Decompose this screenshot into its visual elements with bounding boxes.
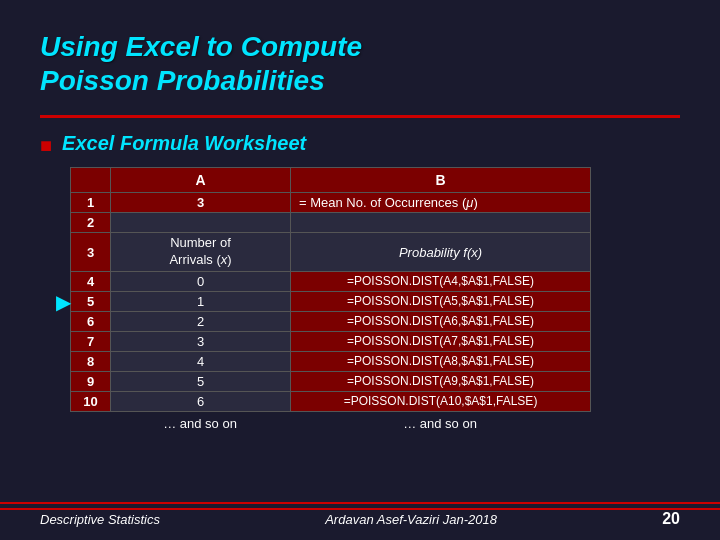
row-num-3: 3 [71,233,111,272]
cell-8a: 4 [111,351,291,371]
cell-5a: 1 [111,291,291,311]
table-row: 7 3 =POISSON.DIST(A7,$A$1,FALSE) [71,331,591,351]
title-section: Using Excel to Compute Poisson Probabili… [40,30,680,97]
footer-right: 20 [662,510,680,528]
table-row: 1 3 = Mean No. of Occurrences (μ) [71,193,591,213]
red-divider [40,115,680,118]
col-a-header: A [111,168,291,193]
cell-2a [111,213,291,233]
cell-3b: Probability f(x) [291,233,591,272]
row-num-2: 2 [71,213,111,233]
row-num-8: 8 [71,351,111,371]
cell-2b [291,213,591,233]
bullet-section: ■ Excel Formula Worksheet [40,132,680,157]
main-title-line1: Using Excel to Compute [40,30,680,64]
and-so-on-a: … and so on [110,412,290,431]
table-row: 10 6 =POISSON.DIST(A10,$A$1,FALSE) [71,391,591,411]
table-row: 4 0 =POISSON.DIST(A4,$A$1,FALSE) [71,271,591,291]
cell-5b: =POISSON.DIST(A5,$A$1,FALSE) [291,291,591,311]
cell-10a: 6 [111,391,291,411]
table-row: 9 5 =POISSON.DIST(A9,$A$1,FALSE) [71,371,591,391]
slide: Using Excel to Compute Poisson Probabili… [0,0,720,540]
footer-divider [0,502,720,504]
arrow-indicator: ▶ [56,290,71,314]
bullet-icon: ■ [40,134,52,157]
cell-6b: =POISSON.DIST(A6,$A$1,FALSE) [291,311,591,331]
spreadsheet-table: A B 1 3 = Mean No. of Occurrences (μ) 2 [70,167,591,412]
corner-header [71,168,111,193]
cell-7b: =POISSON.DIST(A7,$A$1,FALSE) [291,331,591,351]
main-title-line2: Poisson Probabilities [40,64,680,98]
cell-4b: =POISSON.DIST(A4,$A$1,FALSE) [291,271,591,291]
table-row: 2 [71,213,591,233]
and-so-on-row: … and so on … and so on [70,412,680,431]
row-num-9: 9 [71,371,111,391]
footer-center: Ardavan Asef-Vaziri Jan-2018 [325,512,497,527]
cell-10b: =POISSON.DIST(A10,$A$1,FALSE) [291,391,591,411]
cell-9b: =POISSON.DIST(A9,$A$1,FALSE) [291,371,591,391]
row-num-10: 10 [71,391,111,411]
cell-4a: 0 [111,271,291,291]
cell-1a: 3 [111,193,291,213]
cell-7a: 3 [111,331,291,351]
footer-left: Descriptive Statistics [40,512,160,527]
table-row: 5 1 =POISSON.DIST(A5,$A$1,FALSE) [71,291,591,311]
cell-9a: 5 [111,371,291,391]
table-row: 8 4 =POISSON.DIST(A8,$A$1,FALSE) [71,351,591,371]
cell-6a: 2 [111,311,291,331]
col-b-header: B [291,168,591,193]
and-so-on-b: … and so on [290,412,590,431]
row-num-7: 7 [71,331,111,351]
row-num-1: 1 [71,193,111,213]
bullet-text: Excel Formula Worksheet [62,132,306,155]
row-num-5: 5 [71,291,111,311]
table-row: 6 2 =POISSON.DIST(A6,$A$1,FALSE) [71,311,591,331]
footer: Descriptive Statistics Ardavan Asef-Vazi… [0,508,720,528]
cell-1b: = Mean No. of Occurrences (μ) [291,193,591,213]
row-num-6: 6 [71,311,111,331]
cell-3a: Number ofArrivals (x) [111,233,291,272]
row-num-4: 4 [71,271,111,291]
table-row: 3 Number ofArrivals (x) Probability f(x) [71,233,591,272]
cell-8b: =POISSON.DIST(A8,$A$1,FALSE) [291,351,591,371]
table-container: A B 1 3 = Mean No. of Occurrences (μ) 2 [70,167,680,431]
